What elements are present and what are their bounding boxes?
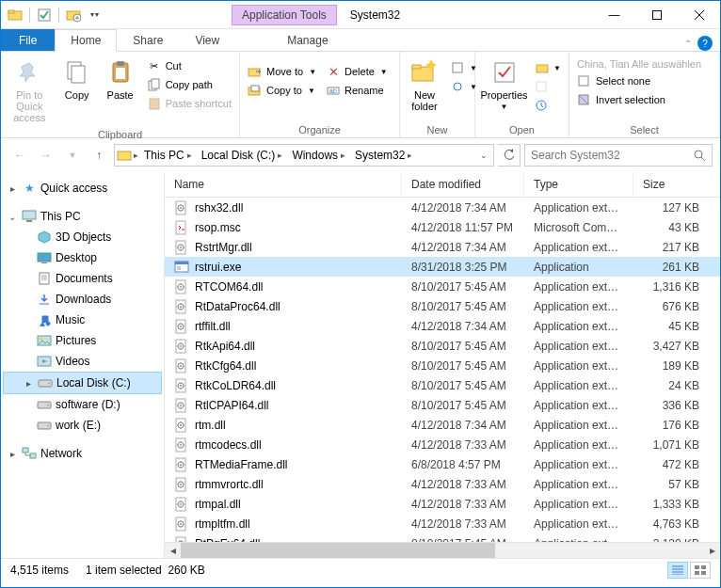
file-row[interactable]: rsop.msc4/12/2018 11:57 PMMicrosoft Comm…: [165, 217, 720, 237]
copy-button[interactable]: Copy: [56, 54, 98, 104]
nav-item-desktop[interactable]: Desktop: [1, 247, 164, 268]
window-title: System32: [350, 8, 400, 22]
forward-button[interactable]: →: [35, 144, 57, 167]
back-button[interactable]: ←: [8, 144, 31, 167]
details-view-button[interactable]: [667, 562, 688, 579]
column-name[interactable]: Name: [165, 172, 402, 197]
svg-point-42: [47, 405, 49, 406]
nav-this-pc[interactable]: ⌄This PC: [1, 206, 164, 227]
file-row[interactable]: rtm.dll4/12/2018 7:34 AMApplication exte…: [165, 415, 720, 435]
search-input[interactable]: Search System32: [524, 144, 713, 167]
invert-selection-button[interactable]: Invert selection: [573, 91, 705, 108]
file-list[interactable]: rshx32.dll4/12/2018 7:34 AMApplication e…: [165, 198, 720, 542]
file-row[interactable]: RtlCPAPI64.dll8/10/2017 5:45 AMApplicati…: [165, 395, 720, 415]
help-icon[interactable]: ?: [697, 36, 713, 51]
chevron-right-icon[interactable]: ▸: [134, 151, 138, 160]
tab-manage[interactable]: Manage: [271, 29, 344, 51]
paste-button[interactable]: Paste: [100, 54, 141, 104]
horizontal-scrollbar[interactable]: ◂ ▸: [165, 542, 720, 558]
file-row[interactable]: rtffilt.dll4/12/2018 7:34 AMApplication …: [165, 316, 720, 336]
file-size: 3,427 KB: [633, 340, 720, 353]
move-to-button[interactable]: Move to▼: [244, 63, 320, 80]
qat-folder-icon[interactable]: [5, 5, 25, 25]
maximize-button[interactable]: [635, 1, 678, 28]
tab-share[interactable]: Share: [117, 29, 179, 51]
column-type[interactable]: Type: [524, 172, 633, 197]
file-row[interactable]: RtkApi64.dll8/10/2017 5:45 AMApplication…: [165, 336, 720, 356]
nav-item-software-d-[interactable]: software (D:): [1, 394, 164, 415]
breadcrumb-segment[interactable]: Local Disk (C:)▸: [198, 149, 287, 162]
large-icons-view-button[interactable]: [690, 562, 711, 579]
file-date: 8/10/2017 5:45 AM: [402, 359, 524, 373]
tab-file[interactable]: File: [1, 29, 55, 51]
breadcrumb-segment[interactable]: System32▸: [351, 149, 416, 162]
status-selection: 1 item selected 260 KB: [86, 564, 205, 577]
nav-item-videos[interactable]: Videos: [1, 351, 164, 372]
history-button[interactable]: [531, 97, 565, 114]
file-row[interactable]: rtmpal.dll4/12/2018 7:33 AMApplication e…: [165, 494, 720, 514]
svg-rect-35: [40, 273, 49, 284]
tab-home[interactable]: Home: [55, 29, 117, 52]
file-row[interactable]: RtPgEx64.dll8/10/2017 5:45 AMApplication…: [165, 533, 720, 542]
qat-newfolder-icon[interactable]: [63, 5, 84, 25]
nav-item-local-disk-c-[interactable]: ▸Local Disk (C:): [3, 372, 162, 394]
column-headers: Name Date modified Type Size: [165, 172, 720, 198]
file-name: RtkCfg64.dll: [195, 359, 256, 373]
file-row[interactable]: rshx32.dll4/12/2018 7:34 AMApplication e…: [165, 198, 720, 217]
qat-properties-icon[interactable]: [34, 5, 55, 25]
recent-locations-button[interactable]: ▼: [61, 144, 84, 167]
nav-item-pictures[interactable]: Pictures: [1, 330, 164, 351]
delete-button[interactable]: ✕Delete▼: [322, 63, 392, 80]
copy-path-button[interactable]: Copy path: [143, 76, 235, 93]
address-dropdown[interactable]: ⌄: [476, 151, 491, 160]
edit-button[interactable]: [531, 78, 565, 95]
file-row[interactable]: rtmcodecs.dll4/12/2018 7:33 AMApplicatio…: [165, 435, 720, 454]
select-none-button[interactable]: Select none: [573, 72, 705, 89]
qat-customize-dropdown[interactable]: ▾▼: [85, 5, 105, 25]
file-row[interactable]: rtmmvrortc.dll4/12/2018 7:33 AMApplicati…: [165, 474, 720, 494]
nav-item-music[interactable]: Music: [1, 310, 164, 330]
file-row[interactable]: RtkCfg64.dll8/10/2017 5:45 AMApplication…: [165, 356, 720, 375]
tab-view[interactable]: View: [179, 29, 235, 51]
nav-item-downloads[interactable]: Downloads: [1, 289, 164, 310]
new-folder-button[interactable]: New folder: [404, 54, 445, 116]
file-row[interactable]: rtmpltfm.dll4/12/2018 7:33 AMApplication…: [165, 514, 720, 533]
file-row[interactable]: RstrtMgr.dll4/12/2018 7:34 AMApplication…: [165, 237, 720, 257]
nav-network[interactable]: ▸Network: [1, 443, 164, 464]
file-type-icon: [174, 398, 189, 413]
open-button[interactable]: ▼: [531, 59, 565, 76]
file-type-icon: [174, 477, 189, 492]
select-all-hint: China, Tian Alle auswählen: [573, 57, 705, 71]
nav-item-documents[interactable]: Documents: [1, 268, 164, 289]
breadcrumb-segment[interactable]: Windows▸: [288, 149, 349, 162]
nav-quick-access[interactable]: ▸★Quick access: [1, 178, 164, 199]
invert-selection-icon: [577, 92, 592, 107]
pin-to-quick-access-button[interactable]: Pin to Quick access: [5, 54, 55, 127]
easy-access-icon: [451, 79, 466, 94]
file-row[interactable]: rstrui.exe8/31/2018 3:25 PMApplication26…: [165, 257, 720, 277]
refresh-button[interactable]: [498, 144, 521, 167]
file-row[interactable]: RTCOM64.dll8/10/2017 5:45 AMApplication …: [165, 277, 720, 296]
file-row[interactable]: RTMediaFrame.dll6/8/2018 4:57 PMApplicat…: [165, 454, 720, 474]
nav-item-work-e-[interactable]: work (E:): [1, 415, 164, 436]
cut-button[interactable]: ✂Cut: [143, 57, 235, 74]
rename-button[interactable]: abRename: [322, 82, 392, 99]
copy-to-button[interactable]: Copy to▼: [244, 82, 320, 99]
minimize-button[interactable]: —: [593, 1, 635, 28]
nav-item-3d-objects[interactable]: 3D Objects: [1, 227, 164, 247]
paste-shortcut-button[interactable]: Paste shortcut: [143, 95, 235, 112]
file-size: 4,763 KB: [633, 517, 720, 531]
close-button[interactable]: [678, 1, 720, 28]
scroll-thumb[interactable]: [181, 543, 495, 559]
file-row[interactable]: RtDataProc64.dll8/10/2017 5:45 AMApplica…: [165, 296, 720, 316]
column-size[interactable]: Size: [633, 172, 720, 197]
properties-button[interactable]: Properties▼: [479, 54, 529, 115]
minimize-ribbon-icon[interactable]: ⌃: [684, 39, 692, 49]
scroll-right-icon[interactable]: ▸: [704, 543, 720, 559]
column-date[interactable]: Date modified: [402, 172, 524, 197]
breadcrumb-segment[interactable]: This PC▸: [140, 149, 196, 162]
up-button[interactable]: ↑: [88, 144, 110, 167]
address-bar[interactable]: ▸ This PC▸ Local Disk (C:)▸ Windows▸ Sys…: [114, 144, 494, 167]
scroll-left-icon[interactable]: ◂: [165, 543, 181, 559]
file-row[interactable]: RtkCoLDR64.dll8/10/2017 5:45 AMApplicati…: [165, 375, 720, 395]
